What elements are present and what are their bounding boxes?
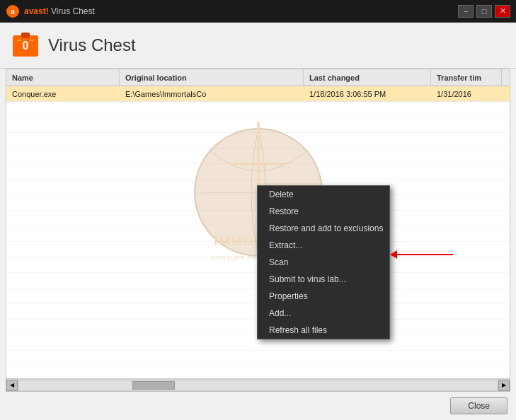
title-bar-text: avast! Virus Chest [24, 6, 458, 16]
cell-transfer: 1/31/2016 [431, 90, 502, 98]
app-header: 0 Virus Chest [0, 23, 516, 69]
col-transfer: Transfer tim [431, 69, 502, 86]
scroll-thumb[interactable] [132, 381, 175, 390]
svg-text:0: 0 [23, 40, 29, 52]
cell-changed: 1/18/2016 3:06:55 PM [304, 90, 431, 98]
svg-text:a: a [11, 8, 15, 16]
context-scan[interactable]: Scan [258, 254, 389, 271]
horizontal-scrollbar[interactable]: ◀ ▶ [6, 379, 510, 392]
close-button[interactable]: Close [450, 397, 508, 414]
context-refresh-all-files[interactable]: Refresh all files [258, 322, 389, 339]
scroll-right-button[interactable]: ▶ [498, 380, 510, 391]
avast-logo: a [6, 4, 20, 18]
context-add[interactable]: Add... [258, 305, 389, 322]
svg-rect-6 [30, 40, 34, 41]
context-restore-add-exclusions[interactable]: Restore and add to exclusions [258, 220, 389, 237]
scroll-track[interactable] [19, 381, 497, 390]
context-restore[interactable]: Restore [258, 203, 389, 220]
context-extract[interactable]: Extract... [258, 237, 389, 254]
table-header: Name Original location Last changed Tran… [6, 69, 510, 86]
context-menu: Delete Restore Restore and add to exclus… [257, 185, 390, 339]
col-location: Original location [120, 69, 304, 86]
arrow-line [396, 254, 453, 255]
scroll-left-button[interactable]: ◀ [6, 380, 18, 391]
context-delete[interactable]: Delete [258, 186, 389, 203]
file-table: Name Original location Last changed Tran… [6, 69, 510, 379]
maximize-button[interactable]: □ [476, 5, 492, 18]
arrow-indicator [390, 250, 453, 259]
title-bar-controls: − □ ✕ [458, 5, 510, 18]
title-bar: a avast! Virus Chest − □ ✕ [0, 0, 516, 23]
context-submit-virus-lab[interactable]: Submit to virus lab... [258, 271, 389, 288]
minimize-button[interactable]: − [458, 5, 474, 18]
virus-chest-icon: 0 [11, 31, 40, 59]
table-body: IMMORTALS CONQUER PRIVATE SERVER Conquer… [6, 86, 510, 378]
main-window: 0 Virus Chest Name Original location Las… [0, 23, 516, 420]
titlebar-close-button[interactable]: ✕ [495, 5, 510, 18]
col-name: Name [6, 69, 120, 86]
cell-name: Conquer.exe [6, 90, 120, 98]
bottom-bar: Close [0, 392, 516, 420]
page-title: Virus Chest [48, 35, 136, 55]
svg-rect-3 [21, 33, 30, 38]
cell-location: E:\Games\ImmortalsCo [120, 90, 304, 98]
svg-rect-5 [17, 40, 21, 41]
col-changed: Last changed [304, 69, 431, 86]
context-properties[interactable]: Properties [258, 288, 389, 305]
table-row[interactable]: Conquer.exe E:\Games\ImmortalsCo 1/18/20… [6, 86, 510, 102]
